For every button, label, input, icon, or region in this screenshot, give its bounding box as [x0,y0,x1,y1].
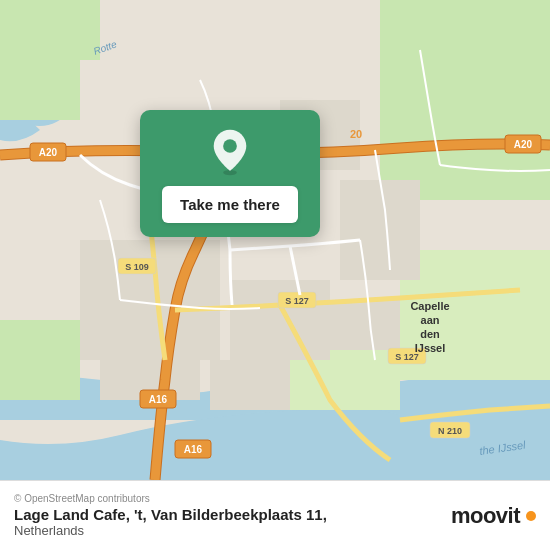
svg-text:A20: A20 [39,147,58,158]
svg-text:A16: A16 [184,444,203,455]
svg-text:IJssel: IJssel [415,342,446,354]
footer-info: © OpenStreetMap contributors Lage Land C… [14,493,327,538]
moovit-logo: moovit [451,503,536,529]
footer: © OpenStreetMap contributors Lage Land C… [0,480,550,550]
location-pin-icon [206,128,254,176]
place-name: Lage Land Cafe, 't, Van Bilderbeekplaats… [14,506,327,523]
place-country: Netherlands [14,523,327,538]
svg-rect-4 [0,0,80,120]
svg-rect-12 [210,360,290,410]
svg-point-40 [223,139,237,153]
svg-text:S 127: S 127 [285,296,309,306]
svg-rect-2 [380,0,550,80]
svg-text:S 109: S 109 [125,262,149,272]
svg-rect-13 [330,300,400,350]
svg-rect-10 [340,180,420,280]
svg-text:A16: A16 [149,394,168,405]
osm-attribution: © OpenStreetMap contributors [14,493,327,504]
map-container: A20 A20 A16 A16 S 109 S 127 S 127 N 210 [0,0,550,480]
svg-text:Capelle: Capelle [410,300,449,312]
svg-rect-7 [0,320,80,400]
moovit-brand-dot [526,511,536,521]
svg-text:20: 20 [350,128,362,140]
svg-text:aan: aan [421,314,440,326]
svg-text:A20: A20 [514,139,533,150]
popup-card: Take me there [140,110,320,237]
svg-text:N 210: N 210 [438,426,462,436]
moovit-brand-text: moovit [451,503,520,529]
take-me-there-button[interactable]: Take me there [162,186,298,223]
svg-text:den: den [420,328,440,340]
